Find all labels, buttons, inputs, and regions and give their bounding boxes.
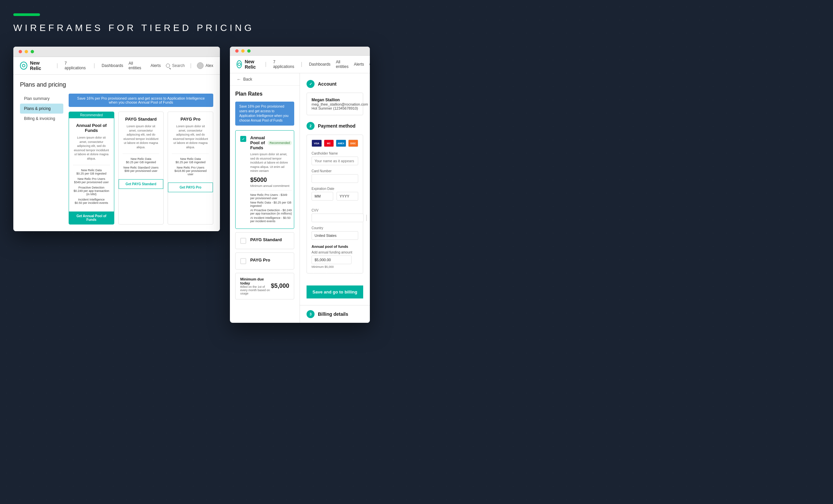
plan-features-pro: New Relic Data$0.25 per GB ingested New … — [172, 153, 209, 176]
annual-pool-minimum: Minimum $5,000 — [312, 265, 358, 268]
get-annual-pool-button[interactable]: Get Annual Pool of Funds — [69, 211, 114, 224]
payment-step-number: 2 — [310, 124, 312, 128]
cardholder-name-input[interactable] — [312, 157, 358, 165]
nav-all-entities[interactable]: All entities — [128, 61, 145, 70]
plan-card-body-standard: PAYG Standard Lorem ipsum dolor sit amet… — [119, 112, 164, 179]
cvv-label: CVV — [312, 209, 358, 212]
plan-desc-pro: Lorem ipsum dolor sit amet, consectetur … — [172, 124, 209, 149]
account-section: ✓ Account Megan Stallion meg_thee_stalli… — [307, 80, 363, 115]
country-select[interactable]: United States — [312, 231, 358, 240]
nav-divider-2: | — [94, 63, 95, 69]
logo-icon — [20, 62, 27, 70]
plan-option-payg-pro[interactable]: PAYG Pro — [235, 253, 294, 269]
search-icon-right — [370, 62, 370, 66]
cvv-group: CVV — [312, 209, 358, 222]
plan-checkbox-annual[interactable]: ✓ — [240, 136, 246, 142]
minimize-dot-right[interactable] — [241, 49, 244, 53]
plan-checkbox-standard[interactable] — [240, 238, 246, 244]
back-arrow-icon: ← — [237, 77, 241, 82]
billing-step-number: 3 — [310, 312, 312, 316]
nav-divider-1: | — [57, 63, 58, 69]
sidebar-item-plans-pricing[interactable]: Plans & pricing — [20, 103, 63, 114]
plan-checkbox-pro[interactable] — [240, 258, 246, 264]
plan-feature: New Relic Data$0.25 per GB ingested — [123, 157, 160, 164]
annual-pool-input[interactable] — [312, 256, 352, 264]
plans-grid: Recommended Annual Pool of Funds Lorem i… — [69, 112, 213, 224]
plan-option-body-annual: Annual Pool of Funds Recommended Lorem i… — [250, 135, 292, 224]
browser-chrome-left — [13, 47, 220, 57]
plan-rates-content: Plan Rates Save 16% per Pro provisioned … — [230, 86, 300, 306]
plan-desc-annual: Lorem ipsum dolor sit amet, consectetur … — [73, 136, 110, 161]
get-payg-pro-button[interactable]: Get PAYG Pro — [168, 183, 213, 192]
sidebar-item-billing[interactable]: Billing & invoicing — [20, 114, 63, 124]
cvv-input[interactable] — [312, 214, 363, 222]
left-nav-logo: New Relic — [20, 60, 50, 71]
nav-user[interactable]: Alex — [197, 62, 213, 69]
plan-option-desc-annual: Lorem ipsum dolor sit amet, sed do eiusm… — [250, 152, 292, 173]
close-dot-right[interactable] — [235, 49, 239, 53]
plan-option-body-standard: PAYG Standard — [250, 237, 289, 244]
close-dot[interactable] — [19, 50, 22, 53]
sidebar-item-plan-summary[interactable]: Plan summary — [20, 94, 63, 103]
sidebar-item-label: Plan summary — [24, 96, 50, 101]
plan-option-name-standard: PAYG Standard — [250, 237, 282, 242]
plan-detail: AI Incident Intelligence - $0.50 per inc… — [250, 216, 292, 223]
minimize-dot[interactable] — [25, 50, 28, 53]
logo-icon-right — [237, 60, 242, 68]
user-avatar-icon — [197, 62, 204, 69]
maximize-dot[interactable] — [31, 50, 34, 53]
minimum-due: Minimum due today Billed on the 1st of e… — [235, 273, 294, 299]
expiration-yyyy-group: YYYY — [336, 192, 358, 200]
plan-name-standard: PAYG Standard — [123, 117, 160, 122]
sidebar-item-label: Plans & pricing — [24, 106, 51, 111]
save-and-go-to-billing-button[interactable]: Save and go to billing — [307, 286, 363, 298]
plan-name-pro: PAYG Pro — [172, 117, 209, 122]
page-title: WIREFRAMES FOR TIERED PRICING — [13, 23, 820, 33]
nav-dashboards-right[interactable]: Dashboards — [309, 62, 331, 67]
payment-step-title: Payment method — [318, 123, 356, 128]
account-card: Megan Stallion meg_thee_stallion@rocnati… — [307, 93, 363, 115]
nav-all-entities-right[interactable]: All entities — [336, 59, 349, 69]
payment-form-card: VISA MC AMEX DISC Cardholder Name — [307, 135, 363, 273]
plan-option-payg-standard[interactable]: PAYG Standard — [235, 232, 294, 249]
nav-dashboards[interactable]: Dashboards — [102, 63, 123, 68]
plan-option-annual[interactable]: ✓ Annual Pool of Funds Recommended Lorem… — [235, 130, 294, 229]
nav-alerts[interactable]: Alerts — [150, 63, 161, 68]
back-label: Back — [243, 77, 252, 81]
account-step-number: ✓ — [309, 82, 312, 86]
nav-divider-r1: | — [265, 61, 266, 67]
maximize-dot-right[interactable] — [247, 49, 251, 53]
account-step-circle: ✓ — [307, 80, 314, 88]
nav-search[interactable]: Search — [166, 63, 185, 68]
nav-app-count-right[interactable]: 7 applications — [273, 59, 294, 69]
nav-alerts-right[interactable]: Alerts — [354, 62, 364, 67]
annual-pool-sublabel: Add annual funding amount — [312, 250, 358, 254]
logo-inner-right — [238, 63, 241, 66]
plan-recommended-header: Recommended — [69, 112, 114, 118]
plan-option-body-pro: PAYG Pro — [250, 258, 289, 264]
sidebar-item-label: Billing & invoicing — [24, 116, 55, 121]
cvv-card-icon — [366, 215, 367, 221]
card-number-input[interactable] — [312, 174, 358, 183]
plan-option-header-pro: PAYG Pro — [250, 258, 289, 263]
get-payg-standard-button[interactable]: Get PAYG Standard — [119, 179, 164, 189]
plan-card-payg-standard: PAYG Standard Lorem ipsum dolor sit amet… — [118, 112, 164, 224]
billing-step-circle: 3 — [307, 310, 314, 318]
expiration-yyyy-select[interactable]: YYYY — [336, 192, 358, 200]
discover-icon: DISC — [348, 140, 359, 147]
left-sidebar: Plan summary Plans & pricing Billing & i… — [20, 94, 63, 224]
expiration-mm-group: MM — [312, 192, 333, 200]
right-nav-logo: New Relic — [237, 59, 258, 70]
country-group: Country United States — [312, 226, 358, 240]
cardholder-name-label: Cardholder Name — [312, 151, 358, 155]
back-link[interactable]: ← Back — [230, 73, 300, 86]
expiration-mm-select[interactable]: MM — [312, 192, 333, 200]
plan-features-standard: New Relic Data$0.25 per GB ingested New … — [123, 153, 160, 172]
plan-desc-standard: Lorem ipsum dolor sit amet, consectetur … — [123, 124, 160, 149]
minimum-due-sublabel: Billed on the 1st of every month based o… — [240, 285, 271, 295]
minimum-due-label: Minimum due today — [240, 277, 271, 285]
search-label: Search — [172, 63, 185, 68]
nav-search-right[interactable]: Search — [370, 62, 370, 67]
nav-app-count[interactable]: 7 applications — [65, 61, 87, 70]
cvv-input-group — [312, 214, 358, 222]
